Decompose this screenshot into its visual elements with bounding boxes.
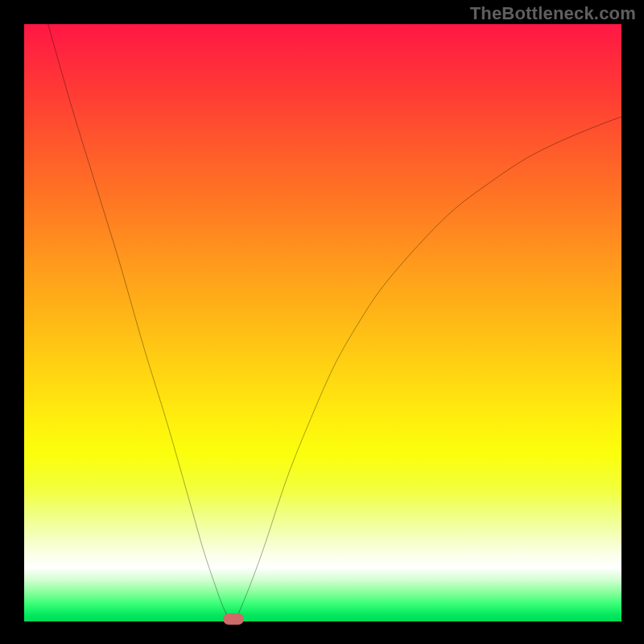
bottleneck-curve (48, 24, 621, 621)
plot-area (24, 24, 621, 621)
watermark-label: TheBottleneck.com (470, 3, 636, 24)
curve-svg (24, 24, 621, 621)
chart-frame: TheBottleneck.com (0, 0, 644, 644)
optimal-point-marker (223, 613, 244, 625)
